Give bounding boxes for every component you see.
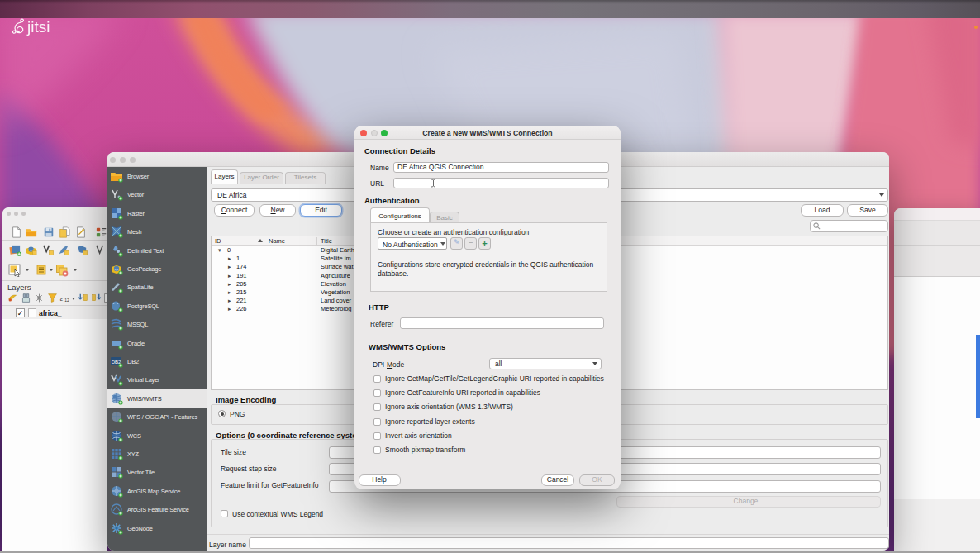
svg-text:ε: ε <box>60 294 64 303</box>
svg-text:12: 12 <box>64 298 69 303</box>
